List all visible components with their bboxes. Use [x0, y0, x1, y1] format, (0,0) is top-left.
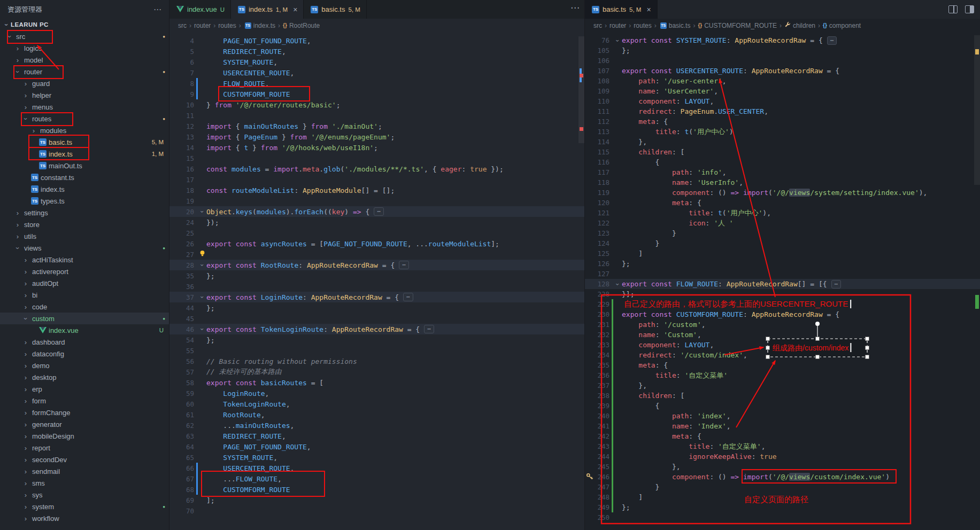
tree-item-sendmail[interactable]: ›sendmail [0, 465, 169, 477]
tree-item-sms[interactable]: ›sms [0, 477, 169, 489]
code-line-243[interactable]: 243 title: '自定义菜单', [585, 441, 980, 451]
tree-item-dataconfig[interactable]: ›dataconfig [0, 348, 169, 360]
tab-index.vue[interactable]: index.vueU [169, 0, 231, 19]
tree-item-bi[interactable]: ›bi [0, 289, 169, 301]
code-line-19[interactable]: 19 [169, 196, 585, 206]
folded-code-badge[interactable]: ⋯ [831, 280, 842, 289]
code-line-230[interactable]: 230export const CUSTOMFORM_ROUTE: AppRou… [585, 309, 980, 319]
breadcrumb-item-router[interactable]: router [194, 22, 211, 29]
code-line-54[interactable]: 54}; [169, 334, 585, 345]
code-line-56[interactable]: 56// Basic routing without permissions [169, 356, 585, 367]
tree-item-form[interactable]: ›form [0, 395, 169, 407]
code-line-28[interactable]: 28›export const RootRoute: AppRouteRecor… [169, 260, 585, 270]
code-line-66[interactable]: 66 USERCENTER_ROUTE, [169, 463, 585, 473]
tree-item-constant.ts[interactable]: TSconstant.ts [0, 172, 169, 183]
code-line-114[interactable]: 114 }, [585, 137, 980, 147]
code-line-61[interactable]: 61 RootRoute, [169, 409, 585, 420]
fold-chevron-icon[interactable]: › [198, 325, 206, 333]
code-line-113[interactable]: 113 title: t('用户中心') [585, 127, 980, 137]
tree-item-sys[interactable]: ›sys [0, 489, 169, 501]
tree-item-index.ts[interactable]: TSindex.ts [0, 183, 169, 195]
tree-item-src[interactable]: ›src● [0, 30, 169, 42]
code-line-7[interactable]: 7 USERCENTER_ROUTE, [169, 67, 585, 78]
code-line-123[interactable]: 123 } [585, 228, 980, 238]
breadcrumb-item-component[interactable]: {}component [823, 22, 861, 29]
code-line-20[interactable]: 20›Object.keys(modules).forEach((key) =>… [169, 206, 585, 217]
tree-item-menus[interactable]: ›menus [0, 101, 169, 113]
code-line-107[interactable]: 107export const USERCENTER_ROUTE: AppRou… [585, 66, 980, 76]
code-line-65[interactable]: 65 SYSTEM_ROUTE, [169, 452, 585, 463]
code-line-17[interactable]: 17 [169, 174, 585, 185]
code-line-117[interactable]: 117 path: 'info', [585, 167, 980, 177]
tree-item-desktop[interactable]: ›desktop [0, 371, 169, 383]
folded-code-badge[interactable]: ⋯ [403, 293, 413, 301]
code-line-57[interactable]: 57// 未经许可的基本路由 [169, 367, 585, 377]
code-line-4[interactable]: 4 PAGE_NOT_FOUND_ROUTE, [169, 35, 585, 46]
tree-item-views[interactable]: ›views● [0, 242, 169, 254]
code-line-106[interactable]: 106 [585, 56, 980, 66]
code-line-244[interactable]: 244 ignoreKeepAlive: true [585, 451, 980, 462]
code-line-235[interactable]: 235 meta: { [585, 360, 980, 370]
tree-item-index.vue[interactable]: index.vueU [0, 324, 169, 336]
tree-item-report[interactable]: ›report [0, 442, 169, 454]
toggle-layout-icon[interactable] [965, 5, 974, 13]
project-header[interactable]: › LEARUN PC [0, 19, 169, 30]
tree-item-code[interactable]: ›code [0, 301, 169, 313]
tree-item-mobileDesign[interactable]: ›mobileDesign [0, 430, 169, 442]
breadcrumb-item-src[interactable]: src [178, 22, 187, 29]
code-line-105[interactable]: 105}; [585, 45, 980, 56]
tab-basic.ts[interactable]: TSbasic.ts5, M× [585, 0, 658, 19]
code-line-120[interactable]: 120 meta: { [585, 198, 980, 208]
fold-chevron-icon[interactable]: › [614, 36, 621, 45]
code-line-124[interactable]: 124 } [585, 238, 980, 248]
breadcrumb-item-routes[interactable]: routes [634, 22, 651, 29]
breadcrumb-item-index.ts[interactable]: TSindex.ts [244, 22, 275, 29]
code-line-112[interactable]: 112 meta: { [585, 116, 980, 127]
code-line-70[interactable]: 70 [169, 505, 585, 516]
tree-item-router[interactable]: ›router● [0, 66, 169, 77]
code-line-26[interactable]: 26export const asyncRoutes = [PAGE_NOT_F… [169, 238, 585, 249]
code-line-240[interactable]: 240 path: 'index', [585, 411, 980, 421]
code-line-59[interactable]: 59 LoginRoute, [169, 388, 585, 399]
tree-item-store[interactable]: ›store [0, 219, 169, 230]
code-line-241[interactable]: 241 name: 'Index', [585, 421, 980, 431]
breadcrumb-item-src[interactable]: src [593, 22, 602, 29]
tree-item-index.ts[interactable]: TSindex.ts1, M [0, 148, 169, 160]
code-line-236[interactable]: 236 title: '自定义菜单' [585, 370, 980, 380]
breadcrumb-item-basic.ts[interactable]: TSbasic.ts [659, 22, 691, 29]
breadcrumb-item-routes[interactable]: routes [218, 22, 236, 29]
tree-item-actHiTaskinst[interactable]: ›actHiTaskinst [0, 254, 169, 266]
code-line-231[interactable]: 231 path: '/custom', [585, 319, 980, 330]
breadcrumb-item-children[interactable]: children [784, 21, 815, 29]
code-line-127[interactable]: 127 [585, 269, 980, 279]
code-line-62[interactable]: 62 ...mainOutRoutes, [169, 420, 585, 431]
code-line-249[interactable]: 249}; [585, 502, 980, 512]
code-line-126[interactable]: 126}; [585, 259, 980, 269]
code-line-76[interactable]: 76›export const SYSTEM_ROUTE: AppRouteRe… [585, 35, 980, 45]
tree-item-secondDev[interactable]: ›secondDev [0, 454, 169, 465]
code-line-8[interactable]: 8 FLOW_ROUTE, [169, 78, 585, 89]
tree-item-activereport[interactable]: ›activereport [0, 266, 169, 277]
code-line-125[interactable]: 125 ] [585, 248, 980, 259]
code-line-14[interactable]: 14import { t } from '/@/hooks/web/useI18… [169, 142, 585, 153]
code-line-9[interactable]: 9 CUSTOMFORM_ROUTE [169, 89, 585, 99]
code-line-6[interactable]: 6 SYSTEM_ROUTE, [169, 57, 585, 67]
tree-item-mainOut.ts[interactable]: TSmainOut.ts [0, 160, 169, 172]
code-line-239[interactable]: 239 { [585, 401, 980, 411]
code-line-118[interactable]: 118 name: 'UserInfo', [585, 177, 980, 188]
code-line-228[interactable]: 228}]; [585, 289, 980, 299]
code-line-5[interactable]: 5 REDIRECT_ROUTE, [169, 46, 585, 57]
code-line-121[interactable]: 121 title: t('用户中心'), [585, 208, 980, 218]
tree-item-modules[interactable]: ›modules [0, 124, 169, 136]
close-tab-icon[interactable]: × [646, 5, 651, 14]
scrollbar-thumb[interactable] [974, 35, 980, 185]
code-line-122[interactable]: 122 icon: '人 ' [585, 218, 980, 228]
code-line-229[interactable]: 229 [585, 299, 980, 309]
code-line-24[interactable]: 24}); [169, 217, 585, 228]
code-line-246[interactable]: 246 component: () => import('/@/views/cu… [585, 472, 980, 482]
tree-item-demo[interactable]: ›demo [0, 360, 169, 371]
code-line-37[interactable]: 37›export const LoginRoute: AppRouteReco… [169, 292, 585, 302]
code-line-44[interactable]: 44}; [169, 302, 585, 313]
code-line-15[interactable]: 15 [169, 153, 585, 163]
code-line-115[interactable]: 115 children: [ [585, 147, 980, 157]
